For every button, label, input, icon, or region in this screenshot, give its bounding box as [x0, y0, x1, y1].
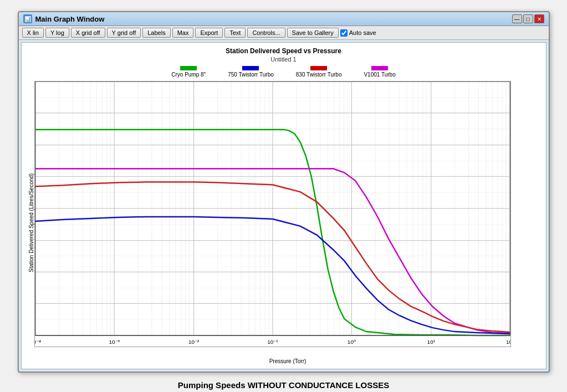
autosave-checkbox-label[interactable]: Auto save — [340, 29, 376, 37]
ylog-button[interactable]: Y log — [45, 28, 69, 38]
svg-text:10¹: 10¹ — [427, 339, 435, 345]
xlin-button[interactable]: X lin — [22, 28, 44, 38]
legend-label-v1001: V1001 Turbo — [364, 72, 395, 78]
svg-text:10⁻³: 10⁻³ — [109, 339, 120, 345]
minimize-button[interactable]: — — [512, 14, 522, 23]
graph-inner: 0 200 400 600 800 1000 1200 1400 10⁻⁴ 10… — [34, 81, 542, 364]
svg-text:10⁻⁴: 10⁻⁴ — [34, 339, 41, 345]
y-axis-label: Station Delivered Speed (Litres/Second) — [26, 81, 34, 364]
legend-label-cryo: Cryo Pump 8" — [171, 72, 206, 78]
window-title: Main Graph Window — [35, 15, 509, 23]
autosave-label: Auto save — [349, 29, 376, 36]
legend-label-830: 830 Twistorr Turbo — [296, 72, 342, 78]
legend-color-750 — [242, 66, 259, 70]
export-button[interactable]: Export — [195, 28, 223, 38]
legend-color-v1001 — [371, 66, 388, 70]
close-button[interactable]: ✕ — [534, 14, 544, 23]
caption: Pumping Speeds WITHOUT CONDUCTANCE LOSSE… — [178, 380, 389, 390]
svg-text:10⁻¹: 10⁻¹ — [267, 339, 278, 345]
max-button[interactable]: Max — [172, 28, 194, 38]
restore-button[interactable]: □ — [523, 14, 533, 23]
chart-svg: 0 200 400 600 800 1000 1200 1400 10⁻⁴ 10… — [34, 81, 511, 347]
svg-text:10²: 10² — [506, 339, 511, 345]
autosave-checkbox[interactable] — [340, 29, 348, 37]
ygridoff-button[interactable]: Y grid off — [107, 28, 141, 38]
title-buttons: — □ ✕ — [512, 14, 544, 23]
legend-item-830: 830 Twistorr Turbo — [296, 66, 342, 78]
save-to-gallery-button[interactable]: Save to Gallery — [287, 28, 339, 38]
legend-label-750: 750 Twistorr Turbo — [228, 72, 274, 78]
svg-text:10⁻²: 10⁻² — [188, 339, 199, 345]
legend-item-v1001: V1001 Turbo — [364, 66, 395, 78]
graph-area: Station Delivered Speed vs Pressure Unti… — [21, 42, 546, 369]
svg-text:10⁰: 10⁰ — [347, 339, 355, 345]
chart-wrapper: 0 200 400 600 800 1000 1200 1400 10⁻⁴ 10… — [34, 81, 542, 347]
title-bar: 📊 Main Graph Window — □ ✕ — [19, 12, 549, 26]
graph-container: Station Delivered Speed (Litres/Second) — [26, 81, 542, 364]
toolbar: X lin Y log X grid off Y grid off Labels… — [19, 26, 549, 40]
legend-item-cryo: Cryo Pump 8" — [171, 66, 206, 78]
graph-title: Station Delivered Speed vs Pressure — [26, 47, 542, 55]
xgridoff-button[interactable]: X grid off — [71, 28, 105, 38]
x-axis-label: Pressure (Torr) — [34, 358, 542, 364]
controls-button[interactable]: Controls... — [247, 28, 285, 38]
window-icon: 📊 — [23, 14, 32, 23]
legend-color-cryo — [180, 66, 197, 70]
text-button[interactable]: Text — [224, 28, 246, 38]
legend-item-750: 750 Twistorr Turbo — [228, 66, 274, 78]
labels-button[interactable]: Labels — [142, 28, 170, 38]
graph-subtitle: Untitled 1 — [26, 56, 542, 63]
main-window: 📊 Main Graph Window — □ ✕ X lin Y log X … — [18, 11, 550, 373]
legend-color-830 — [310, 66, 327, 70]
legend: Cryo Pump 8" 750 Twistorr Turbo 830 Twis… — [26, 66, 542, 78]
